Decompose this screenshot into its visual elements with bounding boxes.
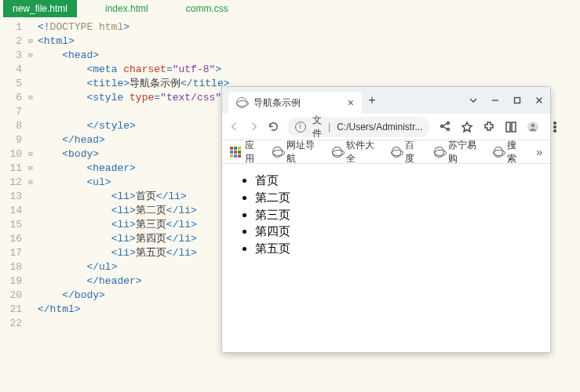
- nav-list: 首页 第二页 第三页 第四页 第五页: [244, 172, 545, 257]
- bookmark-nav[interactable]: 网址导航: [272, 139, 319, 165]
- list-item: 首页: [255, 172, 545, 189]
- svg-rect-1: [515, 98, 520, 103]
- page-content: 首页 第二页 第三页 第四页 第五页: [222, 164, 550, 352]
- bookmarks-overflow-icon[interactable]: »: [536, 146, 542, 158]
- svg-marker-7: [462, 122, 472, 132]
- globe-icon: [272, 147, 283, 158]
- menu-icon[interactable]: [548, 120, 562, 134]
- forward-button[interactable]: [248, 120, 260, 134]
- browser-tab-title: 导航条示例: [254, 96, 301, 110]
- bookmark-label: 苏宁易购: [448, 139, 481, 165]
- browser-tab[interactable]: 导航条示例 ×: [228, 92, 362, 114]
- address-bar-row: 文件 | C:/Users/Administr...: [222, 114, 550, 140]
- bookmark-search[interactable]: 搜索: [494, 139, 523, 165]
- back-button[interactable]: [228, 120, 240, 134]
- tab-index[interactable]: index.html: [96, 0, 158, 17]
- bookmark-label: 软件大全: [346, 139, 379, 165]
- reload-button[interactable]: [268, 120, 279, 134]
- profile-icon[interactable]: [526, 120, 540, 134]
- globe-icon: [236, 97, 247, 108]
- editor-tabbar: new_file.html index.html comm.css: [0, 0, 580, 17]
- bookmark-suning[interactable]: 苏宁易购: [434, 139, 481, 165]
- star-icon[interactable]: [460, 120, 474, 134]
- new-tab-button[interactable]: +: [362, 93, 382, 107]
- browser-titlebar: 导航条示例 × +: [222, 87, 550, 114]
- list-item: 第三页: [255, 206, 545, 223]
- svg-point-12: [554, 122, 556, 124]
- svg-point-4: [447, 122, 450, 124]
- tab-comm-css[interactable]: comm.css: [177, 0, 238, 17]
- bookmark-label: 网址导航: [286, 139, 319, 165]
- bookmark-label: 百度: [405, 139, 421, 165]
- address-path: C:/Users/Administr...: [337, 122, 422, 132]
- list-item: 第四页: [255, 223, 545, 240]
- fold-gutter: ⊟⊟ ⊟ ⊟ ⊟⊟: [27, 20, 38, 331]
- svg-rect-8: [506, 122, 510, 132]
- bookmark-label: 应用: [245, 139, 260, 165]
- svg-point-13: [554, 125, 556, 128]
- globe-icon: [332, 147, 342, 158]
- address-bar[interactable]: 文件 | C:/Users/Administr...: [287, 117, 430, 137]
- bookmark-label: 搜索: [507, 139, 523, 165]
- close-tab-icon[interactable]: ×: [346, 96, 356, 109]
- svg-point-11: [531, 123, 535, 127]
- bookmark-baidu[interactable]: 百度: [392, 139, 421, 165]
- tab-new-file[interactable]: new_file.html: [3, 0, 77, 17]
- line-number-gutter: 1234 5678 9101112 13141516 17181920 2122: [0, 20, 27, 331]
- globe-icon: [494, 147, 503, 158]
- list-item: 第二页: [255, 189, 545, 206]
- svg-rect-9: [512, 122, 516, 132]
- maximize-button[interactable]: [506, 87, 528, 114]
- list-item: 第五页: [255, 240, 545, 257]
- bookmark-software[interactable]: 软件大全: [332, 139, 379, 165]
- close-window-button[interactable]: [528, 87, 550, 114]
- browser-window: 导航条示例 × + 文件 | C:/Users/Administr...: [221, 86, 551, 353]
- bookmark-apps[interactable]: 应用: [230, 139, 260, 165]
- globe-icon: [434, 147, 444, 158]
- apps-icon: [230, 147, 241, 158]
- minimize-button[interactable]: [484, 87, 506, 114]
- reading-list-icon[interactable]: [504, 120, 518, 134]
- chevron-down-icon[interactable]: [462, 87, 484, 114]
- svg-point-14: [554, 129, 556, 132]
- svg-point-6: [447, 128, 450, 130]
- globe-icon: [392, 147, 401, 158]
- share-icon[interactable]: [438, 120, 452, 134]
- info-icon: [295, 122, 306, 132]
- address-prefix: 文件: [312, 114, 322, 140]
- extensions-icon[interactable]: [482, 120, 496, 134]
- bookmarks-bar: 应用 网址导航 软件大全 百度 苏宁易购 搜索 »: [222, 140, 550, 164]
